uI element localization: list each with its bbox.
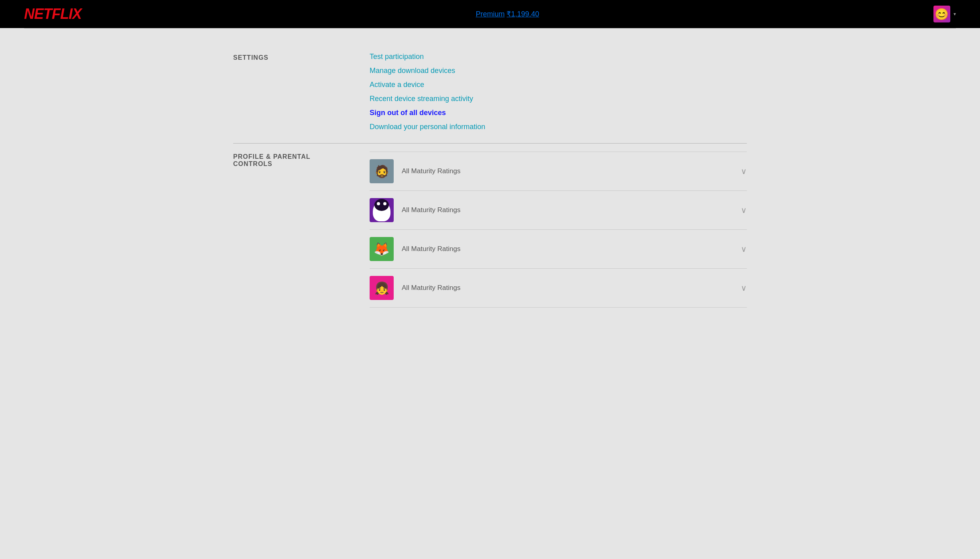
profile-left-2: All Maturity Ratings — [370, 198, 460, 222]
profile-left: 🧔 All Maturity Ratings — [370, 159, 460, 183]
profiles-list: 🧔 All Maturity Ratings ∨ Al — [370, 152, 747, 308]
settings-label: SETTINGS — [233, 53, 370, 131]
avatar-penguin — [370, 198, 394, 222]
chevron-icon-1[interactable]: ∨ — [741, 166, 747, 176]
avatar-girl: 👧 — [370, 276, 394, 300]
link-download-personal-info[interactable]: Download your personal information — [370, 123, 485, 131]
profile-maturity-1: All Maturity Ratings — [402, 167, 460, 175]
link-sign-out-all-devices[interactable]: Sign out of all devices — [370, 109, 485, 117]
profile-maturity-4: All Maturity Ratings — [402, 284, 460, 292]
profile-left-4: 👧 All Maturity Ratings — [370, 276, 460, 300]
profile-maturity-2: All Maturity Ratings — [402, 206, 460, 214]
settings-links-list: Test participation Manage download devic… — [370, 53, 485, 131]
profile-item[interactable]: All Maturity Ratings ∨ — [370, 191, 747, 230]
chevron-icon-3[interactable]: ∨ — [741, 244, 747, 254]
chevron-icon-4[interactable]: ∨ — [741, 283, 747, 293]
profile-left-3: 🦊 All Maturity Ratings — [370, 237, 460, 261]
plan-label: Premium — [476, 10, 504, 18]
chevron-icon-2[interactable]: ∨ — [741, 205, 747, 215]
profile-item[interactable]: 🧔 All Maturity Ratings ∨ — [370, 152, 747, 191]
header-profile[interactable]: ▾ — [933, 6, 956, 22]
profile-section: PROFILE & PARENTALCONTROLS 🧔 All Maturit… — [233, 144, 747, 316]
avatar-man: 🧔 — [370, 159, 394, 183]
header-avatar[interactable] — [933, 6, 950, 22]
link-activate-device[interactable]: Activate a device — [370, 81, 485, 89]
profile-section-label: PROFILE & PARENTALCONTROLS — [233, 152, 370, 308]
profile-item[interactable]: 👧 All Maturity Ratings ∨ — [370, 269, 747, 308]
settings-section: SETTINGS Test participation Manage downl… — [233, 41, 747, 144]
avatar-fox: 🦊 — [370, 237, 394, 261]
link-manage-download-devices[interactable]: Manage download devices — [370, 67, 485, 75]
profile-item[interactable]: 🦊 All Maturity Ratings ∨ — [370, 230, 747, 269]
profile-dropdown-arrow[interactable]: ▾ — [954, 11, 956, 17]
main-content: SETTINGS Test participation Manage downl… — [209, 28, 771, 328]
netflix-logo: NETFLIX — [24, 6, 81, 22]
header: NETFLIX Premium ₹1,199.40 ▾ — [0, 0, 980, 28]
link-recent-device-streaming[interactable]: Recent device streaming activity — [370, 95, 485, 103]
profile-maturity-3: All Maturity Ratings — [402, 245, 460, 253]
plan-link[interactable]: ₹1,199.40 — [506, 10, 539, 18]
link-test-participation[interactable]: Test participation — [370, 53, 485, 61]
header-plan: Premium ₹1,199.40 — [476, 10, 539, 18]
